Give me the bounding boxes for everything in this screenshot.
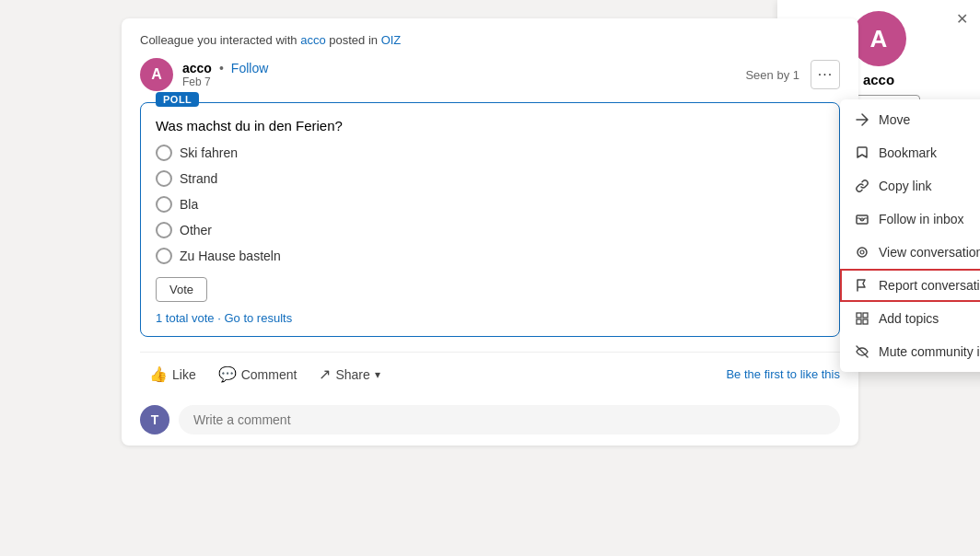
poll-footer[interactable]: 1 total vote · Go to results <box>156 311 824 325</box>
poll-option-5[interactable]: Zu Hause basteln <box>156 248 824 264</box>
menu-item-report-conversation[interactable]: Report conversation <box>840 269 980 302</box>
author-name-row: acco • Follow <box>182 61 268 75</box>
action-bar: 👍 Like 💬 Comment ↗ Share ▾ Be the first … <box>140 352 840 396</box>
post-header: A acco • Follow Feb 7 Seen by 1 ··· <box>140 58 840 91</box>
menu-item-bookmark[interactable]: Bookmark <box>840 136 980 169</box>
comment-label: Comment <box>241 367 298 382</box>
poll-box: POLL Was machst du in den Ferien? Ski fa… <box>140 102 840 337</box>
eye-off-icon <box>855 344 869 359</box>
poll-option-1[interactable]: Ski fahren <box>156 145 824 161</box>
post-date: Feb 7 <box>182 75 268 88</box>
radio-strand[interactable] <box>156 170 172 187</box>
share-chevron-icon: ▾ <box>375 368 380 381</box>
like-button[interactable]: 👍 Like <box>140 360 205 388</box>
post-author-section: A acco • Follow Feb 7 <box>140 58 268 91</box>
move-icon <box>855 112 869 127</box>
menu-item-mute-community[interactable]: Mute community in feed <box>840 335 980 368</box>
post-follow-link[interactable]: Follow <box>231 61 268 75</box>
poll-option-label-3: Bla <box>180 197 198 212</box>
menu-item-view-conversation-label: View conversation <box>879 245 980 260</box>
radio-bla[interactable] <box>156 196 172 213</box>
comment-icon: 💬 <box>218 365 237 383</box>
poll-option-4[interactable]: Other <box>156 222 824 238</box>
author-avatar: A <box>140 58 173 91</box>
vote-button[interactable]: Vote <box>156 277 207 302</box>
share-label: Share <box>335 367 369 382</box>
menu-item-add-topics-label: Add topics <box>879 311 939 326</box>
community-link[interactable]: OIZ <box>381 33 402 47</box>
commenter-avatar: T <box>140 405 169 434</box>
add-topics-icon <box>855 311 869 326</box>
svg-rect-4 <box>857 313 861 318</box>
svg-point-3 <box>860 250 864 254</box>
menu-item-mute-community-label: Mute community in feed <box>879 344 980 359</box>
more-dots-icon: ··· <box>818 66 833 83</box>
menu-item-bookmark-label: Bookmark <box>879 145 937 160</box>
share-button[interactable]: ↗ Share ▾ <box>309 360 389 388</box>
author-name: acco <box>182 61 212 75</box>
menu-item-follow-inbox-label: Follow in inbox <box>879 212 964 226</box>
separator-dot: • <box>219 61 224 75</box>
close-button[interactable]: ✕ <box>951 7 973 29</box>
svg-rect-7 <box>863 319 868 324</box>
post-meta-right: Seen by 1 ··· <box>745 60 840 89</box>
author-link[interactable]: acco <box>300 33 325 47</box>
svg-point-2 <box>858 248 867 257</box>
menu-item-report-conversation-label: Report conversation <box>879 278 980 293</box>
poll-option-label-4: Other <box>180 223 212 237</box>
radio-ski-fahren[interactable] <box>156 145 172 161</box>
menu-item-move-label: Move <box>879 112 910 127</box>
poll-option-3[interactable]: Bla <box>156 196 824 213</box>
comment-input[interactable] <box>179 405 840 434</box>
radio-other[interactable] <box>156 222 172 238</box>
colleague-notice: Colleague you interacted with acco poste… <box>140 33 840 47</box>
view-conversation-icon <box>855 245 869 260</box>
profile-name: acco <box>863 72 894 87</box>
bookmark-icon <box>855 145 869 160</box>
post-card: Colleague you interacted with acco poste… <box>122 18 858 446</box>
menu-item-view-conversation[interactable]: View conversation <box>840 236 980 269</box>
seen-by-count: Seen by 1 <box>745 68 799 82</box>
profile-avatar: A <box>851 11 906 66</box>
poll-badge: POLL <box>156 92 199 107</box>
like-icon: 👍 <box>149 365 168 383</box>
inbox-icon <box>855 212 869 226</box>
poll-option-label-2: Strand <box>180 171 217 186</box>
poll-option-label-5: Zu Hause basteln <box>180 249 281 263</box>
main-container: ✕ A acco Follow Colleague you interacted… <box>0 0 980 556</box>
like-label: Like <box>172 367 196 382</box>
menu-item-follow-inbox[interactable]: Follow in inbox <box>840 203 980 236</box>
link-icon <box>855 179 869 193</box>
poll-option-label-1: Ski fahren <box>180 145 238 160</box>
more-options-button[interactable]: ··· <box>811 60 840 89</box>
author-info: acco • Follow Feb 7 <box>182 61 268 88</box>
menu-item-move[interactable]: Move <box>840 103 980 136</box>
comment-button[interactable]: 💬 Comment <box>209 360 307 388</box>
share-icon: ↗ <box>319 365 331 383</box>
poll-question: Was machst du in den Ferien? <box>156 118 824 133</box>
svg-rect-5 <box>863 313 868 318</box>
poll-option-2[interactable]: Strand <box>156 170 824 187</box>
dropdown-menu: Move Bookmark Copy link <box>840 99 980 372</box>
menu-item-copy-link-label: Copy link <box>879 179 932 193</box>
menu-item-add-topics[interactable]: Add topics <box>840 302 980 335</box>
flag-icon <box>855 278 869 293</box>
comment-row: T <box>140 396 840 446</box>
first-like-text[interactable]: Be the first to like this <box>726 367 840 381</box>
radio-zu-hause[interactable] <box>156 248 172 264</box>
svg-rect-6 <box>857 319 861 324</box>
menu-item-copy-link[interactable]: Copy link <box>840 169 980 203</box>
